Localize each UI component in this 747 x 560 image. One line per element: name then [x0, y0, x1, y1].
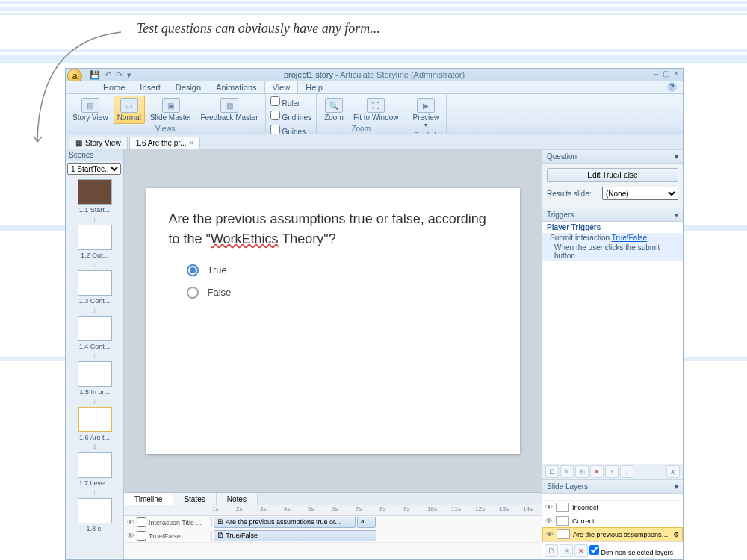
visibility-icon[interactable]: 👁	[546, 530, 554, 538]
collapse-icon[interactable]: ▾	[675, 211, 678, 219]
save-icon[interactable]: 💾	[90, 70, 100, 80]
tab-animations[interactable]: Animations	[208, 81, 264, 93]
question-panel-header[interactable]: Question▾	[542, 149, 683, 164]
trigger-item[interactable]: Submit interaction True/False	[542, 233, 683, 243]
add-trigger-icon[interactable]: 🗋	[545, 465, 559, 478]
scene-thumb[interactable]: 1.4 Cont...	[69, 316, 120, 350]
scene-connector-icon: ↓	[69, 215, 120, 223]
minimize-icon[interactable]: –	[654, 69, 659, 78]
ribbon-group-zoom: 🔍Zoom ⛶Fit to Window Zoom	[317, 94, 406, 134]
redo-icon[interactable]: ↷	[116, 70, 123, 80]
doc-tab-story-view[interactable]: ▦ Story View	[69, 137, 128, 149]
layer-thumbnail	[556, 503, 569, 512]
delete-layer-icon[interactable]: ✕	[574, 544, 588, 557]
layer-row[interactable]: 👁Are the previous assumptions true o...⚙	[542, 527, 683, 541]
scenes-panel: Scenes 1 StartTec... 1.1 Start...↓1.2 Ou…	[66, 149, 124, 559]
preview-button[interactable]: ▶Preview▾	[409, 96, 444, 131]
dim-layers-checkbox[interactable]: Dim non-selected layers	[589, 545, 681, 556]
option-false[interactable]: False	[187, 287, 498, 299]
fit-window-button[interactable]: ⛶Fit to Window	[350, 96, 403, 124]
layer-row[interactable]: 👁Incorrect	[542, 500, 683, 514]
page-icon: 🖹	[217, 532, 224, 539]
ribbon-group-show: Ruler Gridlines Guides Show ⌄	[266, 94, 317, 134]
triggers-panel: Player Triggers Submit interaction True/…	[542, 222, 683, 464]
question-panel: Edit True/False Results slide: (None)	[542, 164, 683, 208]
gridlines-checkbox[interactable]: Gridlines	[269, 110, 313, 122]
visibility-icon[interactable]: 👁	[545, 517, 553, 525]
doc-tab-slide[interactable]: 1.6 Are the pr... ×	[129, 137, 201, 149]
editor-area: Are the previous assumptions true or fal…	[124, 149, 542, 559]
normal-view-button[interactable]: ▭Normal	[114, 96, 145, 124]
ruler-checkbox[interactable]: Ruler	[269, 96, 313, 108]
edit-trigger-icon[interactable]: ✎	[560, 465, 574, 478]
timeline-row[interactable]: 👁Interaction Title ... 🖹 Are the previou…	[124, 516, 542, 529]
triggers-panel-header[interactable]: Triggers▾	[542, 208, 683, 222]
scenes-header: Scenes	[66, 149, 123, 161]
tab-design[interactable]: Design	[168, 81, 208, 93]
layers-panel-header[interactable]: Slide Layers▾	[542, 479, 683, 494]
option-true[interactable]: True	[187, 264, 498, 276]
add-layer-icon[interactable]: 🗋	[545, 544, 558, 557]
scene-thumb[interactable]: 1.7 Leve...	[69, 452, 120, 487]
radio-icon[interactable]	[187, 287, 199, 299]
results-slide-select[interactable]: (None)	[602, 187, 678, 200]
close-tab-icon[interactable]: ×	[189, 139, 193, 147]
move-down-icon[interactable]: ↓	[620, 465, 633, 478]
application-window: a 💾 ↶ ↷ ▾ project1.story - Articulate St…	[65, 68, 684, 560]
scene-connector-icon: ↓	[69, 397, 120, 405]
zoom-button[interactable]: 🔍Zoom	[320, 96, 348, 124]
page-icon: 🖹	[217, 518, 224, 526]
edit-question-button[interactable]: Edit True/False	[547, 168, 678, 182]
tab-notes[interactable]: Notes	[217, 493, 258, 505]
variables-icon[interactable]: x	[666, 465, 680, 478]
right-panel: Question▾ Edit True/False Results slide:…	[542, 149, 683, 559]
layer-row[interactable]: 👁Correct	[542, 514, 683, 527]
move-up-icon[interactable]: ↑	[605, 465, 619, 478]
visibility-icon[interactable]: 👁	[545, 503, 553, 511]
scene-connector-icon: ⇓	[69, 443, 120, 451]
scene-connector-icon: ↓	[69, 352, 120, 360]
scene-thumb[interactable]: 1.6 Are t...	[69, 407, 120, 441]
layers-panel: 👁Incorrect👁Correct👁Are the previous assu…	[542, 494, 683, 559]
tab-view[interactable]: View	[264, 81, 299, 93]
duplicate-layer-icon[interactable]: ⎘	[560, 544, 573, 557]
qat-dropdown-icon[interactable]: ▾	[127, 70, 131, 80]
ribbon: ▤Story View ▭Normal ▣Slide Master ▥Feedb…	[66, 94, 683, 134]
tab-timeline[interactable]: Timeline	[124, 493, 173, 505]
scene-thumb[interactable]: 1.1 Start...	[69, 179, 120, 214]
scene-thumb[interactable]: 1.2 Our...	[69, 225, 120, 259]
scene-thumb[interactable]: 1.5 In or...	[69, 361, 120, 396]
copy-trigger-icon[interactable]: ⎘	[575, 465, 589, 478]
ribbon-group-publish: ▶Preview▾ Publish	[406, 94, 447, 134]
quick-access-toolbar: 💾 ↶ ↷ ▾	[90, 70, 131, 80]
slide-canvas[interactable]: Are the previous assumptions true or fal…	[124, 149, 542, 492]
timeline-row[interactable]: 👁True/False 🖹 True/False	[124, 529, 542, 543]
feedback-master-button[interactable]: ▥Feedback Master	[196, 96, 261, 124]
scene-connector-icon: ↓	[69, 306, 120, 314]
close-icon[interactable]: ×	[674, 69, 678, 78]
undo-icon[interactable]: ↶	[105, 70, 111, 80]
delete-trigger-icon[interactable]: ✕	[590, 465, 604, 478]
radio-selected-icon[interactable]	[187, 264, 199, 276]
collapse-icon[interactable]: ▾	[675, 152, 678, 161]
tab-insert[interactable]: Insert	[132, 81, 168, 93]
slide[interactable]: Are the previous assumptions true or fal…	[146, 188, 520, 454]
maximize-icon[interactable]: ▢	[663, 69, 669, 78]
scene-thumb[interactable]: 1.3 Cont...	[69, 270, 120, 305]
gear-icon[interactable]: ⚙	[673, 531, 679, 538]
help-icon[interactable]: ?	[667, 82, 677, 92]
tab-states[interactable]: States	[173, 493, 216, 505]
slide-master-button[interactable]: ▣Slide Master	[146, 96, 196, 124]
scene-thumb[interactable]: 1.8 el	[69, 498, 120, 532]
story-view-button[interactable]: ▤Story View	[69, 96, 112, 124]
tab-home[interactable]: Home	[96, 81, 132, 93]
scene-selector[interactable]: 1 StartTec...	[67, 163, 121, 175]
tab-help[interactable]: Help	[298, 81, 330, 93]
scene-connector-icon: ↓	[69, 488, 120, 497]
visibility-icon[interactable]: 👁	[127, 532, 134, 540]
visibility-icon[interactable]: 👁	[127, 518, 134, 526]
collapse-icon[interactable]: ▾	[675, 482, 678, 491]
timeline-panel: Timeline States Notes 1s2s3s4s5s6s7s8s9s…	[124, 492, 542, 559]
triggers-toolbar: 🗋 ✎ ⎘ ✕ ↑ ↓ x	[542, 464, 683, 479]
question-text[interactable]: Are the previous assumptions true or fal…	[169, 209, 498, 249]
